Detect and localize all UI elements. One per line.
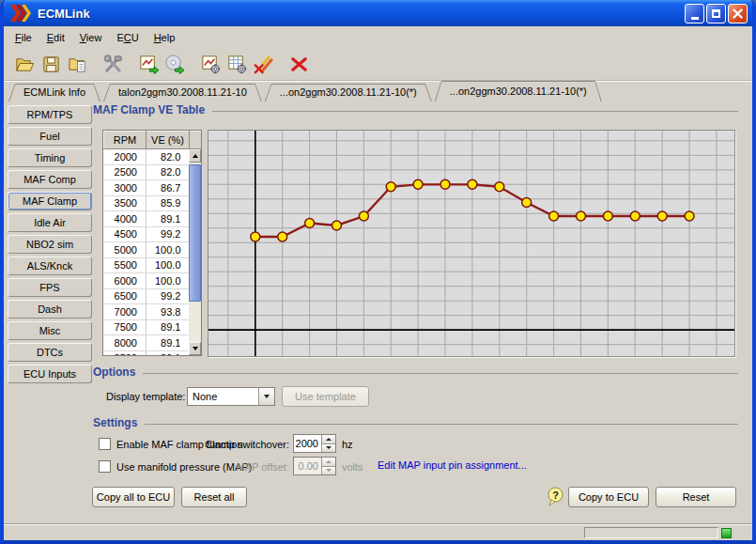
menu-file[interactable]: File	[8, 28, 39, 47]
table-cell[interactable]: 4000	[104, 211, 147, 227]
table-cell[interactable]: 99.2	[147, 226, 190, 242]
table-row[interactable]: 5500100.0	[104, 257, 202, 273]
edit-map-pin-link[interactable]: Edit MAP input pin assignment...	[378, 459, 527, 471]
menu-ecu[interactable]: ECU	[109, 28, 146, 47]
table-cell[interactable]: 2500	[104, 164, 147, 180]
read-ecu-disc-button[interactable]	[162, 52, 188, 78]
table-settings-button[interactable]	[224, 52, 250, 78]
table-row[interactable]: 350085.9	[104, 195, 202, 211]
open-log-button[interactable]	[11, 52, 38, 78]
table-scrollbar[interactable]	[189, 149, 201, 355]
import-log-button[interactable]	[64, 52, 90, 78]
chart-point[interactable]	[522, 198, 532, 208]
sidebar-item-als-knck[interactable]: ALS/Knck	[8, 256, 92, 275]
minimize-button[interactable]	[685, 4, 704, 23]
use-template-button[interactable]: Use template	[282, 386, 369, 407]
table-cell[interactable]: 4500	[104, 226, 147, 242]
table-cell[interactable]: 6000	[104, 273, 147, 289]
title-bar[interactable]: ECMLink	[4, 0, 752, 26]
chart-point[interactable]	[278, 232, 287, 241]
menu-help[interactable]: Help	[147, 28, 183, 47]
chart-point[interactable]	[495, 182, 504, 192]
tab-log-3[interactable]: ...on2ggm30.2008.11.21-10(*)	[435, 81, 602, 101]
chart-point[interactable]	[630, 211, 640, 221]
table-row[interactable]: 750089.1	[104, 319, 202, 335]
sidebar-item-dtcs[interactable]: DTCs	[8, 343, 92, 362]
sidebar-item-rpm-tps[interactable]: RPM/TPS	[8, 105, 92, 124]
ve-chart[interactable]	[208, 130, 735, 357]
table-cell[interactable]: 8500	[104, 350, 147, 356]
table-cell[interactable]: 89.1	[147, 319, 190, 335]
close-button[interactable]	[728, 4, 748, 23]
export-chart-button[interactable]	[135, 52, 162, 78]
copy-all-to-ecu-button[interactable]: Copy all to ECU	[92, 487, 175, 507]
chart-point[interactable]	[386, 182, 395, 192]
scroll-down-button[interactable]	[189, 342, 201, 355]
help-icon[interactable]: ?	[547, 487, 564, 506]
table-row[interactable]: 300086.7	[104, 180, 202, 196]
table-row[interactable]: 200082.0	[104, 149, 202, 165]
table-row[interactable]: 5000100.0	[104, 242, 202, 258]
chart-point[interactable]	[468, 179, 477, 189]
table-cell[interactable]: 86.7	[147, 180, 190, 196]
table-cell[interactable]: 7000	[104, 304, 147, 320]
table-cell[interactable]: 100.0	[147, 273, 190, 289]
table-row[interactable]: 400089.1	[104, 211, 202, 227]
chart-point[interactable]	[577, 211, 586, 221]
chart-point[interactable]	[332, 221, 342, 230]
table-cell[interactable]: 82.0	[147, 164, 190, 180]
spinner-down-button[interactable]	[322, 444, 335, 453]
tools-button[interactable]	[100, 52, 126, 78]
table-cell[interactable]: 89.1	[147, 335, 190, 351]
clamp-switchover-spinner[interactable]: 2000	[293, 434, 336, 453]
menu-view[interactable]: View	[72, 28, 110, 47]
table-cell[interactable]: 93.8	[147, 304, 190, 320]
chart-settings-button[interactable]	[197, 52, 224, 78]
reset-button[interactable]: Reset	[656, 487, 736, 507]
menu-edit[interactable]: Edit	[39, 28, 72, 47]
sidebar-item-misc[interactable]: Misc	[8, 321, 92, 340]
chart-point[interactable]	[305, 219, 315, 228]
table-cell[interactable]: 3500	[104, 195, 147, 211]
copy-to-ecu-button[interactable]: Copy to ECU	[568, 487, 649, 507]
clear-markers-button[interactable]	[250, 52, 276, 78]
use-map-checkbox[interactable]	[99, 460, 111, 473]
table-row[interactable]: 850089.1	[104, 350, 202, 356]
enable-maf-clamp-checkbox[interactable]	[99, 438, 111, 450]
tab-ecmlink-info[interactable]: ECMLink Info	[8, 84, 100, 101]
table-cell[interactable]: 89.1	[147, 350, 190, 356]
table-row[interactable]: 6000100.0	[104, 273, 202, 289]
chart-point[interactable]	[359, 211, 368, 221]
table-row[interactable]: 800089.1	[104, 335, 202, 351]
sidebar-item-ecu-inputs[interactable]: ECU Inputs	[8, 365, 92, 383]
table-cell[interactable]: 100.0	[147, 257, 190, 273]
display-template-select[interactable]: None	[187, 387, 275, 406]
table-cell[interactable]: 2000	[104, 149, 147, 165]
table-cell[interactable]: 3000	[104, 180, 147, 196]
sidebar-item-nbo2-sim[interactable]: NBO2 sim	[8, 235, 92, 254]
dropdown-button[interactable]	[258, 388, 274, 405]
sidebar-item-maf-clamp[interactable]: MAF Clamp	[8, 192, 92, 210]
spinner-up-button[interactable]	[322, 435, 335, 444]
tab-log-2[interactable]: ...on2ggm30.2008.11.21-10(*)	[265, 84, 432, 101]
maximize-button[interactable]	[706, 4, 726, 23]
scrollbar-thumb[interactable]	[189, 164, 201, 302]
table-cell[interactable]: 6500	[104, 288, 147, 304]
table-cell[interactable]: 85.9	[147, 195, 190, 211]
chart-point[interactable]	[413, 179, 423, 189]
chart-point[interactable]	[251, 232, 260, 241]
table-cell[interactable]: 82.0	[147, 149, 190, 165]
sidebar-item-timing[interactable]: Timing	[8, 148, 92, 167]
table-cell[interactable]: 5500	[104, 257, 147, 273]
table-cell[interactable]: 100.0	[147, 242, 190, 258]
chart-point[interactable]	[603, 211, 612, 221]
table-row[interactable]: 250082.0	[104, 164, 202, 180]
table-row[interactable]: 700093.8	[104, 304, 202, 320]
save-log-button[interactable]	[38, 52, 64, 78]
chart-point[interactable]	[440, 179, 450, 189]
sidebar-item-fps[interactable]: FPS	[8, 278, 92, 297]
sidebar-item-dash[interactable]: Dash	[8, 300, 92, 319]
tab-log-1[interactable]: talon2ggm30.2008.11.21-10	[103, 84, 262, 101]
reset-all-button[interactable]: Reset all	[181, 487, 247, 507]
chart-point[interactable]	[657, 211, 667, 221]
